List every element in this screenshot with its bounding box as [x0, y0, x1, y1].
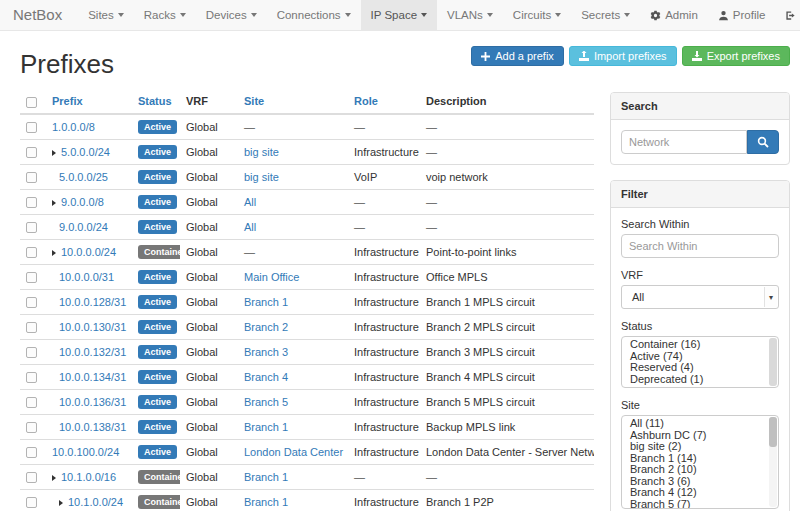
table-row: 10.1.0.0/24ContainerGlobalBranch 1Infras… — [20, 489, 594, 511]
plus-icon — [481, 52, 490, 61]
export-icon — [692, 51, 702, 61]
column-header-status[interactable]: Status — [138, 95, 172, 107]
prefix-link[interactable]: 10.0.0.136/31 — [59, 396, 126, 408]
listbox-option[interactable]: Branch 5 (7) — [622, 499, 778, 510]
listbox-option[interactable]: Reserved (4) — [622, 362, 778, 374]
nav-item-secrets[interactable]: Secrets — [571, 0, 640, 30]
listbox-option[interactable]: Container (16) — [622, 339, 778, 351]
listbox-option[interactable]: Branch 3 (6) — [622, 476, 778, 488]
site-link[interactable]: big site — [244, 146, 279, 158]
site-link[interactable]: Branch 1 — [244, 421, 288, 433]
logout-icon — [785, 10, 796, 21]
description-value: Office MPLS — [420, 264, 594, 289]
row-checkbox[interactable] — [26, 447, 37, 458]
row-checkbox[interactable] — [26, 222, 37, 233]
prefix-link[interactable]: 5.0.0.0/25 — [59, 171, 108, 183]
listbox-option[interactable]: Deprecated (1) — [622, 374, 778, 386]
add-prefix-button[interactable]: Add a prefix — [471, 46, 564, 66]
site-link[interactable]: London Data Center — [244, 446, 343, 458]
nav-item-devices[interactable]: Devices — [196, 0, 267, 30]
search-within-label: Search Within — [621, 218, 779, 230]
role-value: — — [348, 189, 420, 214]
prefix-link[interactable]: 9.0.0.0/8 — [61, 196, 104, 208]
prefix-link[interactable]: 10.1.0.0/24 — [68, 496, 123, 508]
site-link[interactable]: big site — [244, 171, 279, 183]
select-all-checkbox[interactable] — [26, 97, 37, 108]
search-within-input[interactable] — [621, 234, 779, 258]
column-header-prefix[interactable]: Prefix — [52, 95, 83, 107]
site-link[interactable]: All — [244, 221, 256, 233]
site-link[interactable]: Branch 3 — [244, 346, 288, 358]
row-checkbox[interactable] — [26, 347, 37, 358]
listbox-option[interactable]: Branch 1 (14) — [622, 453, 778, 465]
prefix-link[interactable]: 10.0.0.0/24 — [61, 246, 116, 258]
scrollbar-thumb[interactable] — [769, 417, 777, 447]
prefix-link[interactable]: 10.0.0.134/31 — [59, 371, 126, 383]
listbox-option[interactable]: Branch 4 (12) — [622, 487, 778, 499]
vrf-select[interactable]: All ▾ — [621, 285, 779, 309]
listbox-option[interactable]: Branch 2 (10) — [622, 464, 778, 476]
nav-item-circuits[interactable]: Circuits — [503, 0, 571, 30]
nav-item-sites[interactable]: Sites — [78, 0, 134, 30]
caret-down-icon — [180, 13, 186, 17]
prefix-link[interactable]: 1.0.0.0/8 — [52, 121, 95, 133]
site-link[interactable]: Branch 1 — [244, 296, 288, 308]
column-header-site[interactable]: Site — [244, 95, 264, 107]
status-listbox[interactable]: Container (16)Active (74)Reserved (4)Dep… — [621, 336, 779, 388]
listbox-option[interactable]: Active (74) — [622, 351, 778, 363]
row-checkbox[interactable] — [26, 397, 37, 408]
listbox-option[interactable]: big site (2) — [622, 441, 778, 453]
search-input[interactable] — [621, 130, 747, 154]
nav-item-vlans[interactable]: VLANs — [437, 0, 503, 30]
export-prefixes-button[interactable]: Export prefixes — [682, 46, 790, 66]
site-link[interactable]: Branch 2 — [244, 321, 288, 333]
row-checkbox[interactable] — [26, 422, 37, 433]
role-value: Infrastructure — [348, 314, 420, 339]
row-checkbox[interactable] — [26, 322, 37, 333]
site-link[interactable]: Main Office — [244, 271, 299, 283]
prefix-link[interactable]: 10.0.0.132/31 — [59, 346, 126, 358]
row-checkbox[interactable] — [26, 122, 37, 133]
row-checkbox[interactable] — [26, 472, 37, 483]
nav-item-log-out[interactable]: Log out — [775, 0, 800, 30]
search-button[interactable] — [747, 130, 779, 154]
role-value: Infrastructure — [348, 414, 420, 439]
row-checkbox[interactable] — [26, 372, 37, 383]
column-header-role[interactable]: Role — [354, 95, 378, 107]
site-link[interactable]: Branch 1 — [244, 471, 288, 483]
scrollbar-thumb[interactable] — [769, 338, 777, 386]
row-checkbox[interactable] — [26, 172, 37, 183]
row-checkbox[interactable] — [26, 297, 37, 308]
nav-item-profile[interactable]: Profile — [708, 0, 776, 30]
description-value: — — [420, 214, 594, 239]
navbar-right: AdminProfileLog out — [640, 0, 800, 30]
prefix-link[interactable]: 10.0.100.0/24 — [52, 446, 119, 458]
prefix-link[interactable]: 10.0.0.0/31 — [59, 271, 114, 283]
prefix-link[interactable]: 9.0.0.0/24 — [59, 221, 108, 233]
prefix-link[interactable]: 10.0.0.130/31 — [59, 321, 126, 333]
listbox-option[interactable]: All (11) — [622, 418, 778, 430]
site-link[interactable]: Branch 5 — [244, 396, 288, 408]
site-link[interactable]: All — [244, 196, 256, 208]
nav-item-racks[interactable]: Racks — [134, 0, 196, 30]
row-checkbox[interactable] — [26, 147, 37, 158]
table-row: 10.0.0.134/31ActiveGlobalBranch 4Infrast… — [20, 364, 594, 389]
nav-item-ip-space[interactable]: IP Space — [361, 0, 437, 30]
prefix-link[interactable]: 10.0.0.128/31 — [59, 296, 126, 308]
status-badge: Active — [138, 345, 177, 359]
site-listbox[interactable]: All (11)Ashburn DC (7)big site (2)Branch… — [621, 415, 779, 509]
nav-item-connections[interactable]: Connections — [267, 0, 361, 30]
row-checkbox[interactable] — [26, 497, 37, 508]
prefix-link[interactable]: 5.0.0.0/24 — [61, 146, 110, 158]
row-checkbox[interactable] — [26, 247, 37, 258]
nav-item-admin[interactable]: Admin — [640, 0, 708, 30]
site-link[interactable]: Branch 4 — [244, 371, 288, 383]
row-checkbox[interactable] — [26, 272, 37, 283]
prefix-link[interactable]: 10.0.0.138/31 — [59, 421, 126, 433]
brand-logo[interactable]: NetBox — [13, 0, 62, 30]
import-prefixes-button[interactable]: Import prefixes — [569, 46, 677, 66]
site-link[interactable]: Branch 1 — [244, 496, 288, 508]
prefix-link[interactable]: 10.1.0.0/16 — [61, 471, 116, 483]
row-checkbox[interactable] — [26, 197, 37, 208]
listbox-option[interactable]: Ashburn DC (7) — [622, 430, 778, 442]
